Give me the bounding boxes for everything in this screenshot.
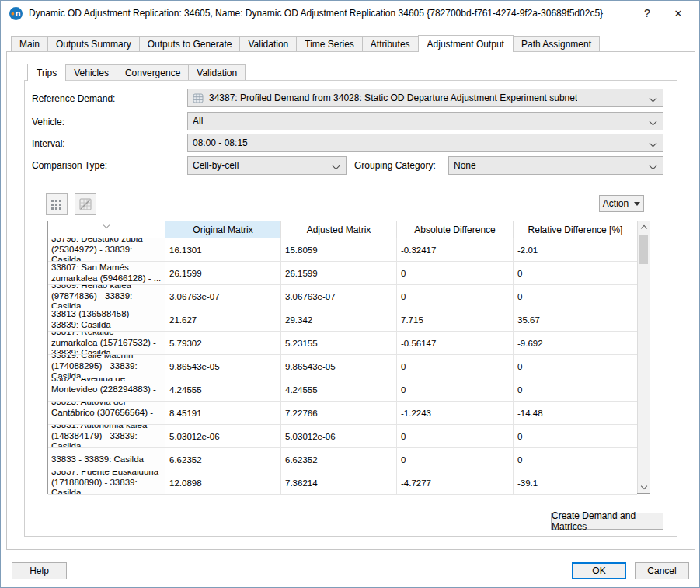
create-demand-and-matrices-button[interactable]: Create Demand and Matrices (551, 513, 663, 530)
od-pair-cell[interactable]: 33807: San Mamés zumarkalea (59466128) -… (48, 262, 165, 284)
original-matrix-cell[interactable]: 4.24555 (165, 378, 281, 401)
od-pair-cell[interactable]: 33831: Autonomia kalea (148384179) - 338… (48, 425, 165, 447)
original-matrix-cell[interactable]: 26.1599 (165, 262, 281, 284)
subtab-convergence[interactable]: Convergence (117, 64, 189, 80)
od-pair-cell[interactable]: 33813 (136588458) - 33839: Casilda (48, 308, 165, 331)
grouping-category-combobox[interactable]: None (448, 156, 663, 175)
relative-difference-cell[interactable]: -14.48 (514, 402, 637, 424)
edit-matrix-button[interactable] (75, 193, 96, 215)
subtab-trips[interactable]: Trips (27, 64, 66, 81)
adjusted-matrix-cell[interactable]: 15.8059 (281, 238, 397, 261)
tab-outputs-to-generate[interactable]: Outputs to Generate (139, 36, 241, 51)
original-matrix-cell[interactable]: 3.06763e-07 (165, 285, 281, 308)
tab-attributes[interactable]: Attributes (362, 36, 419, 51)
adjusted-matrix-cell[interactable]: 5.23155 (281, 332, 397, 354)
od-pair-cell[interactable]: 33817: Rekalde zumarkalea (157167532) - … (48, 332, 165, 354)
cancel-button[interactable]: Cancel (635, 562, 689, 579)
adjusted-matrix-cell[interactable]: 29.342 (281, 308, 397, 331)
relative-difference-cell[interactable]: 0 (514, 262, 637, 284)
svg-text:n: n (15, 9, 20, 18)
column-header-adjusted-matrix[interactable]: Adjusted Matrix (281, 221, 397, 238)
od-pair-cell[interactable]: 33809: Henao kalea (97874836) - 33839: C… (48, 285, 165, 308)
column-header-relative-difference[interactable]: Relative Difference [%] (514, 221, 637, 238)
od-pair-cell[interactable]: 33819: Calle Machín (174088295) - 33839:… (48, 355, 165, 378)
interval-label: Interval: (32, 138, 65, 149)
grid-dots-icon (50, 198, 63, 210)
relative-difference-cell[interactable]: -39.1 (514, 471, 637, 494)
vehicle-combobox[interactable]: All (187, 112, 663, 130)
od-pair-cell[interactable]: 33798: Deustuko zubia (25304972) - 33839… (48, 238, 165, 261)
footer-separator (1, 555, 699, 555)
tab-time-series[interactable]: Time Series (296, 36, 363, 51)
original-matrix-cell[interactable]: 21.627 (165, 308, 281, 331)
aimsun-logo-icon: n (9, 7, 23, 20)
table-header-row: Original Matrix Adjusted Matrix Absolute… (48, 221, 650, 238)
adjusted-matrix-cell[interactable]: 3.06763e-07 (281, 285, 397, 308)
subtab-validation[interactable]: Validation (188, 64, 246, 80)
original-matrix-cell[interactable]: 8.45191 (165, 402, 281, 424)
adjusted-matrix-cell[interactable]: 4.24555 (281, 378, 397, 401)
adjusted-matrix-cell[interactable]: 5.03012e-06 (281, 425, 397, 447)
relative-difference-cell[interactable]: 0 (514, 285, 637, 308)
absolute-difference-cell[interactable]: -0.56147 (397, 332, 514, 354)
relative-difference-cell[interactable]: 0 (514, 355, 637, 378)
tab-validation[interactable]: Validation (239, 36, 297, 51)
adjusted-matrix-cell[interactable]: 26.1599 (281, 262, 397, 284)
absolute-difference-cell[interactable]: 0 (397, 378, 514, 401)
scroll-up-button[interactable] (638, 221, 650, 233)
absolute-difference-cell[interactable]: -0.32417 (397, 238, 514, 261)
chevron-down-icon (650, 95, 657, 103)
adjusted-matrix-cell[interactable]: 7.22766 (281, 402, 397, 424)
scrollbar-thumb[interactable] (639, 235, 648, 264)
od-pair-cell[interactable]: 33833 - 33839: Casilda (48, 448, 165, 471)
relative-difference-cell[interactable]: 35.67 (514, 308, 637, 331)
tab-outputs-summary[interactable]: Outputs Summary (47, 36, 140, 51)
interval-combobox[interactable]: 08:00 - 08:15 (187, 134, 663, 152)
show-matrix-grid-button[interactable] (46, 193, 68, 215)
od-pair-cell[interactable]: 33823: Autovía del Cantábrico (307656564… (48, 402, 165, 424)
comparison-type-combobox[interactable]: Cell-by-cell (187, 156, 347, 175)
column-header-original-matrix[interactable]: Original Matrix (165, 221, 281, 238)
absolute-difference-cell[interactable]: 0 (397, 355, 514, 378)
vehicle-label: Vehicle: (32, 117, 64, 127)
relative-difference-cell[interactable]: 0 (514, 425, 637, 447)
tab-path-assignment[interactable]: Path Assignment (513, 36, 600, 51)
absolute-difference-cell[interactable]: 0 (397, 425, 514, 447)
absolute-difference-cell[interactable]: 7.715 (397, 308, 514, 331)
relative-difference-cell[interactable]: -9.692 (514, 332, 637, 354)
window-help-button[interactable]: ? (636, 4, 659, 23)
vertical-scrollbar[interactable] (637, 221, 650, 493)
chevron-down-icon (333, 162, 340, 170)
relative-difference-cell[interactable]: 0 (514, 378, 637, 401)
relative-difference-cell[interactable]: -2.01 (514, 238, 637, 261)
absolute-difference-cell[interactable]: 0 (397, 285, 514, 308)
original-matrix-cell[interactable]: 6.62352 (165, 448, 281, 471)
adjusted-matrix-cell[interactable]: 6.62352 (281, 448, 397, 471)
close-icon[interactable]: ✕ (667, 4, 690, 23)
absolute-difference-cell[interactable]: -4.7277 (397, 471, 514, 494)
column-header-absolute-difference[interactable]: Absolute Difference (397, 221, 514, 238)
absolute-difference-cell[interactable]: -1.2243 (397, 402, 514, 424)
original-matrix-cell[interactable]: 5.79302 (165, 332, 281, 354)
subtab-vehicles[interactable]: Vehicles (65, 64, 117, 80)
od-pair-cell[interactable]: 33821: Avenida de Montevideo (228294883)… (48, 378, 165, 401)
action-menu-button[interactable]: Action (599, 195, 644, 212)
original-matrix-cell[interactable]: 5.03012e-06 (165, 425, 281, 447)
adjusted-matrix-cell[interactable]: 7.36214 (281, 471, 397, 494)
od-pair-cell[interactable]: 33837: Puente Euskalduna (171880890) - 3… (48, 471, 165, 494)
absolute-difference-cell[interactable]: 0 (397, 262, 514, 284)
tab-adjustment-output[interactable]: Adjustment Output (418, 35, 514, 52)
help-button[interactable]: Help (12, 562, 67, 579)
original-matrix-cell[interactable]: 9.86543e-05 (165, 355, 281, 378)
title-bar: n Dynamic OD Adjustment Replication: 346… (1, 1, 699, 26)
absolute-difference-cell[interactable]: 0 (397, 448, 514, 471)
original-matrix-cell[interactable]: 16.1301 (165, 238, 281, 261)
scroll-down-button[interactable] (638, 482, 650, 493)
row-header-corner[interactable] (48, 221, 165, 238)
adjusted-matrix-cell[interactable]: 9.86543e-05 (281, 355, 397, 378)
reference-demand-combobox[interactable]: 34387: Profiled Demand from 34028: Stati… (187, 89, 663, 107)
tab-main[interactable]: Main (11, 36, 48, 51)
ok-button[interactable]: OK (572, 562, 626, 579)
original-matrix-cell[interactable]: 12.0898 (165, 471, 281, 494)
relative-difference-cell[interactable]: 0 (514, 448, 637, 471)
